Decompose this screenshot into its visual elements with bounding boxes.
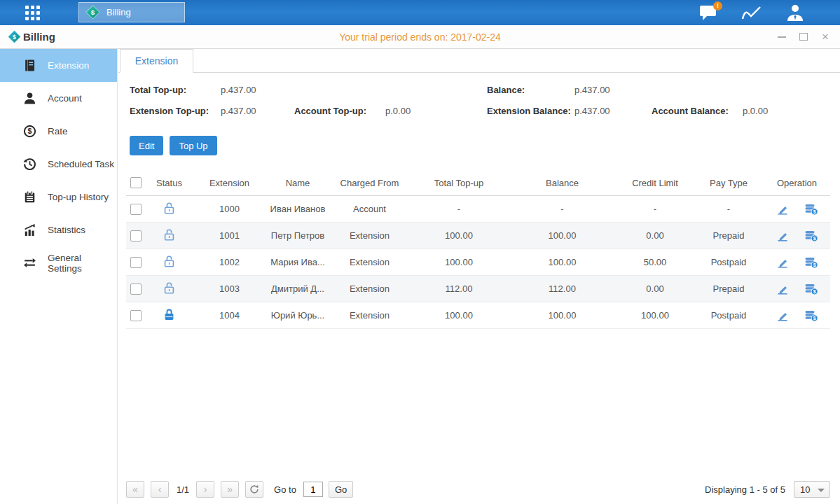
page-size-value: 10 <box>800 484 810 495</box>
sidebar-item-rate[interactable]: $ Rate <box>0 115 117 148</box>
row-checkbox[interactable] <box>130 310 142 321</box>
prev-page-button[interactable]: ‹ <box>151 481 169 498</box>
person-icon <box>23 92 36 105</box>
svg-text:$: $ <box>28 127 32 135</box>
cell-pay-type: Prepaid <box>694 276 764 302</box>
cell-credit-limit: - <box>617 196 694 223</box>
extension-balance-label: Extension Balance: <box>487 106 571 116</box>
extension-balance-value: p.437.00 <box>574 106 610 116</box>
extension-topup-label: Extension Top-up: <box>130 106 209 116</box>
table-row: 1004 Юрий Юрь... Extension 100.00 100.00… <box>126 302 830 329</box>
refresh-button[interactable] <box>245 481 263 498</box>
sidebar-item-label: Top-up History <box>48 192 109 202</box>
app-grid-icon[interactable] <box>25 6 48 20</box>
last-page-button[interactable]: » <box>221 481 239 498</box>
statistics-chart-icon <box>23 223 36 237</box>
taskbar-tab-label: Billing <box>106 7 131 18</box>
sidebar-item-scheduled-task[interactable]: Scheduled Task <box>0 148 117 181</box>
top-up-coins-icon[interactable]: $ <box>804 283 818 295</box>
sidebar-item-label: Scheduled Task <box>48 159 114 169</box>
edit-pencil-icon[interactable] <box>776 230 789 242</box>
edit-pencil-icon[interactable] <box>776 203 789 216</box>
sidebar-item-label: General Settings <box>48 253 117 274</box>
cell-balance: 100.00 <box>508 249 617 276</box>
row-checkbox[interactable] <box>130 204 142 215</box>
cell-total-topup: 100.00 <box>410 302 508 329</box>
cell-charged-from: Extension <box>329 223 410 249</box>
window-title-bar: $ Billing Your trial period ends on: 201… <box>0 25 840 49</box>
select-all-checkbox[interactable] <box>130 177 142 188</box>
cell-total-topup: - <box>410 196 508 223</box>
go-button[interactable]: Go <box>329 481 353 498</box>
edit-pencil-icon[interactable] <box>776 256 789 269</box>
column-header-extension: Extension <box>193 170 266 196</box>
top-up-coins-icon[interactable]: $ <box>804 309 818 322</box>
table-row: 1003 Дмитрий Д... Extension 112.00 112.0… <box>126 276 830 302</box>
stats-row-1: Total Top-up: p.437.00 Balance: p.437.00 <box>118 85 840 97</box>
account-topup-value: p.0.00 <box>385 106 411 116</box>
history-clock-icon <box>23 158 36 171</box>
row-checkbox[interactable] <box>130 257 142 268</box>
cell-balance: 100.00 <box>508 223 617 249</box>
edit-pencil-icon[interactable] <box>776 283 789 295</box>
user-account-icon[interactable] <box>784 3 806 22</box>
cell-balance: 100.00 <box>508 302 617 329</box>
stats-row-2: Extension Top-up: p.437.00 Account Top-u… <box>118 106 840 118</box>
cell-name: Дмитрий Д... <box>266 276 329 302</box>
top-up-button[interactable]: Top Up <box>170 136 216 155</box>
sidebar-item-label: Rate <box>48 126 68 136</box>
minimize-button[interactable] <box>777 32 787 42</box>
unlock-status-icon <box>163 286 175 297</box>
row-checkbox[interactable] <box>130 284 142 295</box>
column-header-name: Name <box>266 170 329 196</box>
cell-credit-limit: 0.00 <box>617 276 694 302</box>
maximize-button[interactable] <box>799 32 808 42</box>
table-row: 1001 Петр Петров Extension 100.00 100.00… <box>126 223 830 249</box>
main-content: Extension Total Top-up: p.437.00 Balance… <box>118 49 840 504</box>
cell-pay-type: Postpaid <box>694 302 764 329</box>
trial-notice: Your trial period ends on: 2017-02-24 <box>0 31 840 43</box>
cell-charged-from: Account <box>329 196 410 223</box>
top-up-coins-icon[interactable]: $ <box>804 256 818 269</box>
cell-pay-type: Prepaid <box>694 223 764 249</box>
unlock-status-icon <box>163 260 175 270</box>
sidebar-item-label: Statistics <box>48 225 85 235</box>
cell-pay-type: - <box>694 196 764 223</box>
edit-pencil-icon[interactable] <box>776 309 789 322</box>
cell-total-topup: 112.00 <box>410 276 508 302</box>
row-checkbox[interactable] <box>130 230 142 241</box>
taskbar-tab-billing[interactable]: $ Billing <box>78 2 185 22</box>
unlock-status-icon <box>163 233 175 244</box>
displaying-count: Displaying 1 - 5 of 5 <box>705 484 785 495</box>
settings-sliders-icon <box>23 256 36 270</box>
tab-bar: Extension <box>118 49 840 73</box>
sidebar-item-account[interactable]: Account <box>0 82 117 115</box>
goto-page-input[interactable] <box>303 482 323 497</box>
close-button[interactable]: × <box>820 32 830 42</box>
first-page-button[interactable]: « <box>126 481 144 498</box>
cell-extension: 1002 <box>193 249 266 276</box>
tab-extension[interactable]: Extension <box>120 49 193 73</box>
cell-credit-limit: 50.00 <box>617 249 694 276</box>
cell-credit-limit: 0.00 <box>617 223 694 249</box>
sidebar-item-statistics[interactable]: Statistics <box>0 214 117 246</box>
column-header-charged-from: Charged From <box>329 170 410 196</box>
sidebar-item-extension[interactable]: Extension <box>0 49 117 82</box>
edit-button[interactable]: Edit <box>130 136 163 155</box>
sidebar-item-general-settings[interactable]: General Settings <box>0 246 117 279</box>
messages-icon[interactable]: ! <box>697 3 719 22</box>
account-balance-value: p.0.00 <box>743 106 768 116</box>
cell-balance: 112.00 <box>508 276 617 302</box>
top-up-coins-icon[interactable]: $ <box>804 203 818 216</box>
sidebar-item-topup-history[interactable]: Top-up History <box>0 181 117 214</box>
next-page-button[interactable]: › <box>196 481 214 498</box>
cell-charged-from: Extension <box>329 249 410 276</box>
page-size-select[interactable]: 10 <box>794 481 830 498</box>
page-indicator: 1/1 <box>177 484 189 495</box>
table-header-row: Status Extension Name Charged From Total… <box>126 170 830 196</box>
resource-monitor-icon[interactable] <box>741 3 763 22</box>
svg-text:$: $ <box>91 8 95 16</box>
table-row: 1000 Иван Иванов Account - - - - $ <box>126 196 830 223</box>
cell-name: Юрий Юрь... <box>266 302 329 329</box>
top-up-coins-icon[interactable]: $ <box>804 230 818 242</box>
